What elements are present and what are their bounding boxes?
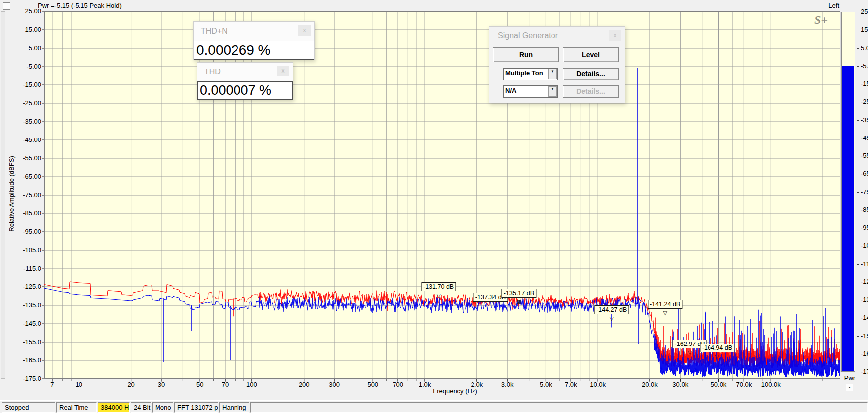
x-tick-label: 30 xyxy=(144,381,179,388)
meter-tick xyxy=(857,282,859,282)
meter-tick xyxy=(857,210,859,210)
meter-tick-label: -65.00 xyxy=(861,170,868,177)
collapse-meter-button[interactable]: - xyxy=(846,384,853,391)
thd-titlebar[interactable]: THD x xyxy=(197,63,293,81)
x-tick-label: 30.0k xyxy=(663,381,698,388)
meter-tick xyxy=(857,120,859,121)
status-segment: Hanning xyxy=(219,402,249,413)
meter-tick-label: -35.00 xyxy=(861,116,868,124)
meter-tick xyxy=(857,228,859,228)
meter-tick xyxy=(857,246,859,246)
run-button[interactable]: Run xyxy=(493,47,559,62)
status-segment: Mono xyxy=(152,402,173,413)
meter-tick-label: 25.00 xyxy=(861,8,868,15)
marker-pointer-icon: ▽ xyxy=(688,350,692,355)
meter-tick-label: -155.0 xyxy=(861,332,868,340)
power-level-meter xyxy=(841,12,855,372)
marker-pointer-icon: ▽ xyxy=(609,316,613,321)
meter-tick-label: 15.00 xyxy=(861,26,868,33)
y-tick-label: -165.0 xyxy=(15,356,41,364)
y-tick-label: -5.00 xyxy=(15,63,41,70)
meter-tick-label: -5.00 xyxy=(861,62,868,69)
chevron-down-icon[interactable]: ▼ xyxy=(548,69,557,79)
y-tick-label: -125.0 xyxy=(15,283,41,290)
waveform-select[interactable]: Multiple Ton ▼ xyxy=(503,68,558,80)
y-tick-label: -45.00 xyxy=(15,136,41,143)
status-segment: FFT 131072 pts xyxy=(174,402,218,413)
thdn-title: THD+N xyxy=(201,27,228,36)
x-tick-label: 10 xyxy=(62,381,96,388)
marker-label[interactable]: -141.24 dB xyxy=(648,300,682,309)
details-button[interactable]: Details... xyxy=(563,68,619,80)
marker-pointer-icon: ⊠ xyxy=(517,299,521,305)
thdn-close-icon[interactable]: x xyxy=(298,25,311,36)
meter-tick-label: 5.00 xyxy=(861,44,868,52)
marker-label[interactable]: -131.70 dB xyxy=(421,282,456,291)
y-tick-label: 5.00 xyxy=(15,44,41,52)
y-tick-label: -55.00 xyxy=(15,154,41,162)
status-segment: 384000 Hz xyxy=(98,402,130,413)
marker-pointer-icon: ▽ xyxy=(663,310,667,316)
meter-tick xyxy=(857,138,859,138)
meter-tick xyxy=(857,336,859,337)
x-tick-label: 100.0k xyxy=(753,381,788,388)
meter-tick-label: -145.0 xyxy=(861,314,868,321)
y-tick-label: 25.00 xyxy=(15,7,41,15)
signal-generator-close-icon[interactable]: x xyxy=(609,30,621,41)
meter-tick xyxy=(857,192,859,193)
status-bar: StoppedReal Time384000 Hz24 BitMonoFFT 1… xyxy=(0,400,868,413)
meter-tick xyxy=(857,84,859,84)
x-tick-label: 100 xyxy=(235,381,269,388)
x-tick-label: 300 xyxy=(317,381,352,388)
y-tick-label: -35.00 xyxy=(15,118,41,125)
left-splitter[interactable] xyxy=(1,11,5,379)
x-tick-label: 20.0k xyxy=(632,381,667,388)
y-axis-title: Relative Amplitude (dBFS) xyxy=(8,150,15,238)
meter-tick xyxy=(857,12,859,12)
thd-title: THD xyxy=(204,68,221,76)
meter-name: Pwr xyxy=(842,374,857,382)
signal-generator-title: Signal Generator xyxy=(498,31,558,40)
marker-label[interactable]: -144.27 dB xyxy=(594,305,629,314)
thd-close-icon[interactable]: x xyxy=(277,66,289,76)
marker-label[interactable]: -164.94 dB xyxy=(700,344,734,352)
chevron-down-icon[interactable]: ▼ xyxy=(548,86,557,97)
meter-tick-label: -105.0 xyxy=(861,242,868,249)
y-tick-label: -85.00 xyxy=(15,209,41,217)
y-tick-label: -65.00 xyxy=(15,173,41,180)
meter-tick xyxy=(857,66,859,67)
y-tick-label: -155.0 xyxy=(15,338,41,345)
meter-tick-label: -95.00 xyxy=(861,224,868,231)
meter-tick-label: -175.0 xyxy=(861,368,868,375)
thdn-panel: THD+N x 0.000269 % xyxy=(193,21,315,60)
thdn-titlebar[interactable]: THD+N x xyxy=(194,22,314,41)
meter-tick-label: -125.0 xyxy=(861,278,868,285)
meter-tick-label: -115.0 xyxy=(861,260,868,268)
meter-tick xyxy=(857,354,859,354)
x-tick-label: 3.0k xyxy=(490,381,525,388)
meter-tick-label: -25.00 xyxy=(861,98,868,105)
y-tick-label: -75.00 xyxy=(15,191,41,199)
meter-tick-label: -45.00 xyxy=(861,134,868,141)
signal-generator-panel: Signal Generator x Run Level Multiple To… xyxy=(489,26,625,103)
thd-panel: THD x 0.000007 % xyxy=(197,62,293,100)
thd-value: 0.000007 % xyxy=(197,81,293,100)
meter-tick xyxy=(857,102,859,102)
status-segment: 24 Bit xyxy=(131,402,151,413)
power-level-bar xyxy=(842,66,854,371)
analyzer-window: - Pwr =-5.15 (-5.15 Peak Hold) Left Rela… xyxy=(0,0,868,413)
level-button[interactable]: Level xyxy=(563,47,619,62)
meter-tick-label: -15.00 xyxy=(861,80,868,87)
spectrum-plot[interactable] xyxy=(0,0,868,413)
marker-label[interactable]: -135.17 dB xyxy=(502,289,536,298)
meter-tick xyxy=(857,264,859,265)
meter-tick-label: -85.00 xyxy=(861,206,868,213)
modulation-select[interactable]: N/A ▼ xyxy=(503,85,558,98)
x-tick-label: 200 xyxy=(287,381,321,388)
x-axis-title: Frequency (Hz) xyxy=(425,387,485,395)
y-tick-label: -115.0 xyxy=(15,265,41,272)
y-tick-label: -105.0 xyxy=(15,246,41,254)
marker-pointer-icon: ▽ xyxy=(715,354,719,359)
meter-tick xyxy=(857,30,859,30)
status-segment: Real Time xyxy=(56,402,97,413)
